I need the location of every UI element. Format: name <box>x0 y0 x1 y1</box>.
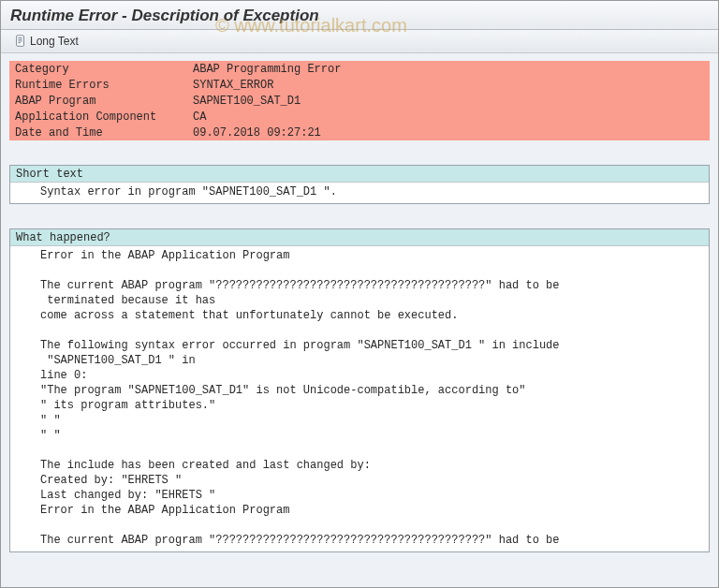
info-label: Application Component <box>9 109 187 125</box>
info-label: ABAP Program <box>9 93 187 109</box>
error-info-table: CategoryABAP Programming ErrorRuntime Er… <box>9 61 710 140</box>
text-line: "The program "SAPNET100_SAT_D1" is not U… <box>10 383 709 398</box>
text-line: The following syntax error occurred in p… <box>10 338 709 353</box>
toolbar: Long Text <box>1 30 718 53</box>
short-text-body: Syntax error in program "SAPNET100_SAT_D… <box>10 183 709 203</box>
text-line <box>10 443 709 458</box>
info-value: SAPNET100_SAT_D1 <box>187 93 710 109</box>
text-line: Error in the ABAP Application Program <box>10 503 709 518</box>
table-row: Runtime ErrorsSYNTAX_ERROR <box>9 77 710 93</box>
text-line: line 0: <box>10 368 709 383</box>
long-text-label: Long Text <box>30 35 79 48</box>
long-text-button[interactable]: Long Text <box>8 33 84 50</box>
text-line <box>10 518 709 533</box>
document-icon <box>14 35 27 48</box>
text-line: come across a statement that unfortunate… <box>10 308 709 323</box>
text-line <box>10 323 709 338</box>
info-label: Runtime Errors <box>9 77 187 93</box>
text-line: " " <box>10 428 709 443</box>
text-line: " " <box>10 413 709 428</box>
info-value: SYNTAX_ERROR <box>187 77 710 93</box>
text-line: "SAPNET100_SAT_D1 " in <box>10 353 709 368</box>
short-text-line: Syntax error in program "SAPNET100_SAT_D… <box>10 184 709 199</box>
short-text-section: Short text Syntax error in program "SAPN… <box>9 165 710 204</box>
text-line: The include has been created and last ch… <box>10 458 709 473</box>
text-line: Error in the ABAP Application Program <box>10 248 709 263</box>
info-value: 09.07.2018 09:27:21 <box>187 125 710 140</box>
what-happened-body: Error in the ABAP Application Program Th… <box>10 246 709 551</box>
window-title-text: Runtime Error - Description of Exception <box>10 7 319 24</box>
table-row: CategoryABAP Programming Error <box>9 61 710 77</box>
text-line: " its program attributes." <box>10 398 709 413</box>
info-label: Category <box>9 61 187 77</box>
info-value: ABAP Programming Error <box>187 61 710 77</box>
info-value: CA <box>187 109 710 125</box>
text-line: Created by: "EHRETS " <box>10 473 709 488</box>
table-row: Date and Time09.07.2018 09:27:21 <box>9 125 710 140</box>
window-title: Runtime Error - Description of Exception <box>1 1 718 30</box>
text-line: terminated because it has <box>10 293 709 308</box>
info-label: Date and Time <box>9 125 187 140</box>
short-text-heading: Short text <box>10 166 709 183</box>
content-area: CategoryABAP Programming ErrorRuntime Er… <box>1 53 718 560</box>
table-row: ABAP ProgramSAPNET100_SAT_D1 <box>9 93 710 109</box>
what-happened-section: What happened? Error in the ABAP Applica… <box>9 228 710 552</box>
text-line: Last changed by: "EHRETS " <box>10 488 709 503</box>
text-line: The current ABAP program "??????????????… <box>10 533 709 548</box>
table-row: Application ComponentCA <box>9 109 710 125</box>
text-line: The current ABAP program "??????????????… <box>10 278 709 293</box>
text-line <box>10 263 709 278</box>
what-happened-heading: What happened? <box>10 229 709 246</box>
